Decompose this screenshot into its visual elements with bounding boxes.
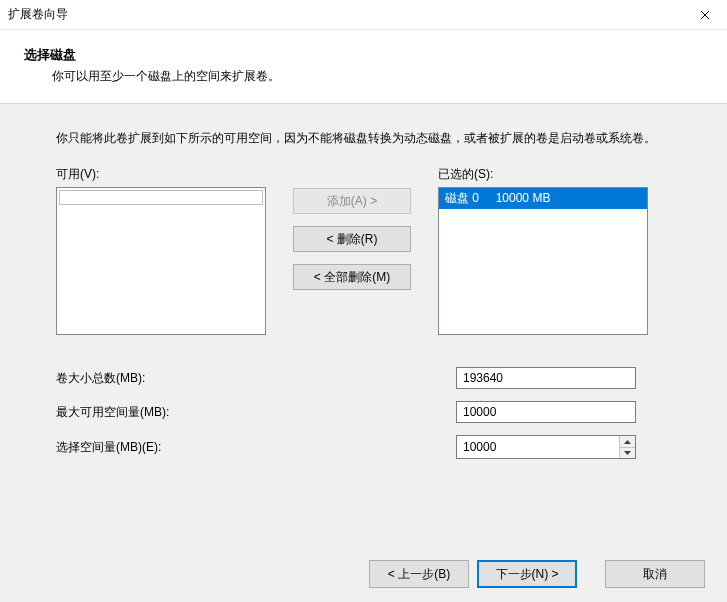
total-size-value: 193640	[456, 367, 636, 389]
spinner-up-button[interactable]	[620, 436, 635, 448]
add-button[interactable]: 添加(A) >	[293, 188, 411, 214]
chevron-down-icon	[624, 451, 631, 455]
available-label: 可用(V):	[56, 166, 266, 183]
window-title: 扩展卷向导	[8, 6, 68, 23]
selected-label: 已选的(S):	[438, 166, 648, 183]
spinner-down-button[interactable]	[620, 448, 635, 459]
max-space-label: 最大可用空间量(MB):	[56, 404, 456, 421]
page-title: 选择磁盘	[24, 46, 703, 64]
list-item[interactable]: 磁盘 0 10000 MB	[439, 188, 647, 209]
select-space-spinner[interactable]	[456, 435, 636, 459]
close-icon	[700, 10, 710, 20]
description-text: 你只能将此卷扩展到如下所示的可用空间，因为不能将磁盘转换为动态磁盘，或者被扩展的…	[56, 128, 675, 148]
wizard-header: 选择磁盘 你可以用至少一个磁盘上的空间来扩展卷。	[0, 30, 727, 103]
wizard-footer: < 上一步(B) 下一步(N) > 取消	[0, 545, 727, 602]
cancel-button[interactable]: 取消	[605, 560, 705, 588]
titlebar: 扩展卷向导	[0, 0, 727, 30]
available-listbox[interactable]	[56, 187, 266, 335]
close-button[interactable]	[682, 0, 727, 30]
back-button[interactable]: < 上一步(B)	[369, 560, 469, 588]
total-size-label: 卷大小总数(MB):	[56, 370, 456, 387]
select-space-input[interactable]	[457, 436, 619, 458]
selected-listbox[interactable]: 磁盘 0 10000 MB	[438, 187, 648, 335]
next-button[interactable]: 下一步(N) >	[477, 560, 577, 588]
available-list-header	[59, 190, 263, 205]
max-space-value: 10000	[456, 401, 636, 423]
select-space-label: 选择空间量(MB)(E):	[56, 439, 456, 456]
wizard-body: 你只能将此卷扩展到如下所示的可用空间，因为不能将磁盘转换为动态磁盘，或者被扩展的…	[0, 103, 727, 602]
remove-button[interactable]: < 删除(R)	[293, 226, 411, 252]
remove-all-button[interactable]: < 全部删除(M)	[293, 264, 411, 290]
chevron-up-icon	[624, 440, 631, 444]
page-subtitle: 你可以用至少一个磁盘上的空间来扩展卷。	[52, 68, 703, 85]
